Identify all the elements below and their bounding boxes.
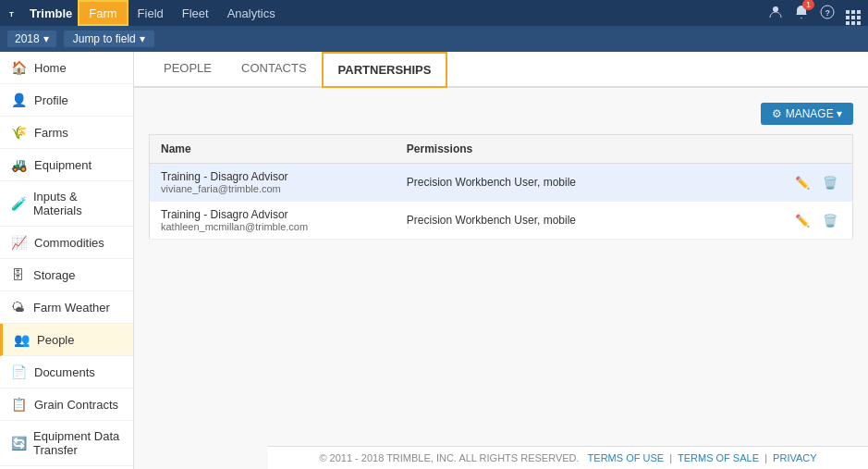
top-nav: T Trimble Farm Field Fleet Analytics 1 ?: [0, 0, 868, 26]
documents-icon: 📄: [11, 364, 27, 379]
nav-items: Farm Field Fleet Analytics: [78, 0, 768, 26]
partnerships-table: Name Permissions Training - Disagro Advi…: [149, 134, 853, 240]
name-email-2: kathleen_mcmillan@trimble.com: [161, 221, 385, 232]
edit-icon-2[interactable]: ✏️: [791, 212, 813, 229]
nav-analytics[interactable]: Analytics: [218, 0, 285, 26]
permissions-cell-2: Precision Workbench User, mobile: [396, 202, 748, 240]
second-nav: 2018 ▾ Jump to field ▾: [0, 26, 868, 52]
equipment-icon: 🚜: [11, 157, 27, 172]
action-icons-2: ✏️ 🗑️: [758, 212, 841, 229]
sidebar: 🏠 Home 👤 Profile 🌾 Farms 🚜 Equipment 🧪 I…: [0, 52, 134, 469]
profile-icon: 👤: [11, 93, 27, 107]
col-actions: [747, 135, 852, 164]
nav-field[interactable]: Field: [128, 0, 173, 26]
manage-button[interactable]: ⚙ MANAGE ▾: [761, 103, 853, 125]
logo: T Trimble: [7, 6, 72, 20]
table-row: Training - Disagro Advisor kathleen_mcmi…: [150, 202, 853, 240]
delete-icon-2[interactable]: 🗑️: [819, 212, 841, 229]
sidebar-item-equipment-data[interactable]: 🔄 Equipment Data Transfer: [0, 421, 133, 466]
col-name: Name: [150, 135, 396, 164]
footer-privacy[interactable]: PRIVACY: [773, 452, 816, 463]
bell-icon[interactable]: 1: [794, 5, 809, 22]
data-transfer-icon: 🔄: [11, 436, 26, 450]
tab-partnerships[interactable]: PARTNERSHIPS: [322, 52, 448, 88]
table-header-row: Name Permissions: [150, 135, 853, 164]
table-row: Training - Disagro Advisor viviane_faria…: [150, 164, 853, 202]
sidebar-item-grain-contracts[interactable]: 📋 Grain Contracts: [0, 389, 133, 421]
actions-cell-2: ✏️ 🗑️: [747, 202, 852, 240]
brand-name: Trimble: [30, 6, 72, 20]
content-area: PEOPLE CONTACTS PARTNERSHIPS ⚙ MANAGE ▾ …: [134, 52, 868, 469]
sidebar-item-farms[interactable]: 🌾 Farms: [0, 117, 133, 149]
year-selector[interactable]: 2018 ▾: [7, 31, 56, 47]
inputs-icon: 🧪: [11, 196, 26, 211]
farms-icon: 🌾: [11, 125, 27, 140]
footer-terms-of-sale[interactable]: TERMS OF SALE: [678, 452, 759, 463]
user-icon[interactable]: [768, 5, 783, 22]
sidebar-item-storage[interactable]: 🗄 Storage: [0, 259, 133, 291]
tab-people[interactable]: PEOPLE: [149, 52, 226, 88]
sidebar-item-weather[interactable]: 🌤 Farm Weather: [0, 291, 133, 324]
jump-to-field-button[interactable]: Jump to field ▾: [64, 31, 154, 47]
footer: © 2011 - 2018 TRIMBLE, INC. ALL RIGHTS R…: [268, 446, 868, 469]
name-email-1: viviane_faria@trimble.com: [161, 183, 385, 194]
nav-right: 1 ?: [768, 2, 861, 25]
grain-contracts-icon: 📋: [11, 397, 27, 412]
delete-icon-1[interactable]: 🗑️: [819, 174, 841, 191]
permissions-cell-1: Precision Workbench User, mobile: [396, 164, 748, 202]
sidebar-item-inputs[interactable]: 🧪 Inputs & Materials: [0, 181, 133, 227]
tab-contacts[interactable]: CONTACTS: [226, 52, 322, 88]
name-main-2: Training - Disagro Advisor: [161, 208, 385, 221]
nav-fleet[interactable]: Fleet: [173, 0, 218, 26]
sidebar-item-profile[interactable]: 👤 Profile: [0, 84, 133, 117]
sidebar-item-people[interactable]: 👥 People: [0, 324, 133, 356]
notification-count: 1: [802, 0, 814, 10]
name-main-1: Training - Disagro Advisor: [161, 170, 385, 183]
table-area: ⚙ MANAGE ▾ Name Permissions Training - D…: [134, 88, 868, 254]
footer-terms-of-use[interactable]: TERMS OF USE: [588, 452, 665, 463]
sidebar-item-equipment[interactable]: 🚜 Equipment: [0, 149, 133, 181]
help-icon[interactable]: ?: [820, 5, 835, 22]
weather-icon: 🌤: [11, 300, 26, 315]
tabs: PEOPLE CONTACTS PARTNERSHIPS: [134, 52, 868, 88]
main-layout: 🏠 Home 👤 Profile 🌾 Farms 🚜 Equipment 🧪 I…: [0, 52, 868, 469]
table-header-actions: ⚙ MANAGE ▾: [149, 103, 853, 125]
svg-point-2: [773, 6, 778, 12]
grid-icon[interactable]: [846, 2, 861, 25]
edit-icon-1[interactable]: ✏️: [791, 174, 813, 191]
svg-text:T: T: [9, 10, 14, 19]
home-icon: 🏠: [11, 60, 27, 75]
sidebar-item-commodities[interactable]: 📈 Commodities: [0, 227, 133, 259]
name-cell-2: Training - Disagro Advisor kathleen_mcmi…: [150, 202, 396, 240]
sidebar-item-home[interactable]: 🏠 Home: [0, 52, 133, 84]
svg-text:?: ?: [825, 8, 831, 18]
people-icon: 👥: [14, 332, 30, 347]
storage-icon: 🗄: [11, 267, 26, 282]
commodities-icon: 📈: [11, 235, 27, 250]
nav-farm[interactable]: Farm: [78, 0, 128, 26]
col-permissions: Permissions: [396, 135, 748, 164]
name-cell-1: Training - Disagro Advisor viviane_faria…: [150, 164, 396, 202]
action-icons-1: ✏️ 🗑️: [758, 174, 841, 191]
sidebar-item-documents[interactable]: 📄 Documents: [0, 356, 133, 389]
actions-cell-1: ✏️ 🗑️: [747, 164, 852, 202]
